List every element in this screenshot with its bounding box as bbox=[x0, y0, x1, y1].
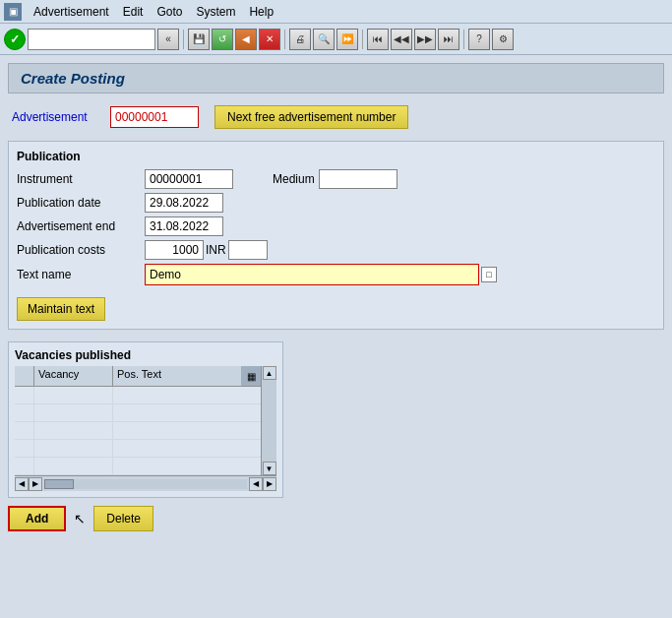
currency-label: INR bbox=[206, 243, 226, 257]
instrument-label: Instrument bbox=[17, 172, 145, 186]
hscroll-right-outer-btn[interactable]: ▶ bbox=[263, 477, 276, 491]
app-icon: ▣ bbox=[4, 3, 22, 21]
settings-btn[interactable]: ⚙ bbox=[492, 29, 514, 50]
cursor-indicator: ↖ bbox=[74, 511, 86, 526]
vacancy-cell-5[interactable] bbox=[34, 458, 113, 474]
text-expand-icon[interactable]: □ bbox=[481, 267, 497, 282]
vacancy-cell-1[interactable] bbox=[34, 387, 113, 403]
postext-cell-2[interactable] bbox=[113, 404, 261, 421]
maintain-text-button[interactable]: Maintain text bbox=[17, 297, 105, 321]
advertisement-input[interactable] bbox=[110, 106, 199, 128]
delete-button[interactable]: Delete bbox=[93, 506, 153, 531]
table-header: Vacancy Pos. Text ▦ bbox=[15, 366, 261, 387]
table-row bbox=[15, 440, 261, 458]
hscroll-track bbox=[44, 479, 247, 489]
scroll-up-btn[interactable]: ▲ bbox=[263, 366, 276, 380]
instrument-row: Instrument Medium bbox=[17, 169, 655, 189]
refresh-btn[interactable]: ↺ bbox=[212, 29, 233, 50]
medium-input[interactable] bbox=[319, 169, 397, 189]
menu-edit[interactable]: Edit bbox=[117, 3, 150, 21]
pub-costs-row: Publication costs INR bbox=[17, 240, 655, 260]
next-btn[interactable]: ▶▶ bbox=[414, 29, 436, 50]
status-icon: ✓ bbox=[4, 29, 26, 50]
vacancy-cell-4[interactable] bbox=[34, 440, 113, 457]
row-select-3[interactable] bbox=[15, 422, 34, 439]
advertisement-row: Advertisement Next free advertisement nu… bbox=[8, 105, 664, 129]
vacancies-section: Vacancies published Vacancy Pos. Text ▦ bbox=[8, 341, 283, 498]
prev-btn[interactable]: ◀◀ bbox=[391, 29, 412, 50]
help-btn[interactable]: ? bbox=[468, 29, 490, 50]
hscroll-left-outer-btn[interactable]: ◀ bbox=[249, 477, 263, 491]
stop-btn[interactable]: ✕ bbox=[259, 29, 280, 50]
find-next-btn[interactable]: ⏩ bbox=[336, 29, 358, 50]
adv-end-input[interactable] bbox=[145, 216, 223, 236]
col-vacancy-header: Vacancy bbox=[34, 366, 113, 386]
save-btn[interactable]: 💾 bbox=[188, 29, 210, 50]
bottom-scroll-area: ◀ ▶ ◀ ▶ bbox=[15, 475, 276, 491]
back-btn[interactable]: ◀ bbox=[235, 29, 257, 50]
menu-goto[interactable]: Goto bbox=[151, 3, 188, 21]
row-select-4[interactable] bbox=[15, 440, 34, 457]
toolbar: ✓ « 💾 ↺ ◀ ✕ 🖨 🔍 ⏩ ⏮ ◀◀ ▶▶ ⏭ ? ⚙ bbox=[0, 24, 672, 55]
nav-back-btn[interactable]: « bbox=[157, 29, 179, 50]
print-btn[interactable]: 🖨 bbox=[289, 29, 311, 50]
col-postext-header: Pos. Text bbox=[113, 366, 241, 386]
last-btn[interactable]: ⏭ bbox=[438, 29, 459, 50]
vacancy-cell-2[interactable] bbox=[34, 404, 113, 421]
scroll-down-btn[interactable]: ▼ bbox=[263, 462, 276, 475]
publication-section: Publication Instrument Medium Publicatio… bbox=[8, 141, 664, 330]
vertical-scrollbar[interactable]: ▲ ▼ bbox=[261, 366, 276, 475]
separator3 bbox=[362, 30, 363, 49]
postext-cell-5[interactable] bbox=[113, 458, 261, 474]
menu-system[interactable]: System bbox=[190, 3, 241, 21]
table-row bbox=[15, 404, 261, 422]
separator2 bbox=[284, 30, 285, 49]
table-row bbox=[15, 458, 261, 475]
pub-date-label: Publication date bbox=[17, 196, 145, 210]
postext-cell-1[interactable] bbox=[113, 387, 261, 403]
currency-input[interactable] bbox=[228, 240, 268, 260]
main-content: Create Posting Advertisement Next free a… bbox=[0, 55, 672, 618]
pub-costs-input[interactable] bbox=[145, 240, 204, 260]
vacancies-table: Vacancy Pos. Text ▦ bbox=[15, 366, 261, 475]
hscroll-left-btn[interactable]: ◀ bbox=[15, 477, 29, 491]
pub-date-input[interactable] bbox=[145, 193, 223, 213]
text-name-label: Text name bbox=[17, 268, 145, 281]
pub-costs-label: Publication costs bbox=[17, 243, 145, 257]
row-select-5[interactable] bbox=[15, 458, 34, 474]
vacancies-table-container: Vacancy Pos. Text ▦ bbox=[15, 366, 276, 475]
menu-advertisement[interactable]: Advertisement bbox=[28, 3, 115, 21]
next-free-button[interactable]: Next free advertisement number bbox=[214, 105, 408, 129]
table-row bbox=[15, 387, 261, 404]
table-row bbox=[15, 422, 261, 440]
row-select-2[interactable] bbox=[15, 404, 34, 421]
adv-end-row: Advertisement end bbox=[17, 216, 655, 236]
find-btn[interactable]: 🔍 bbox=[313, 29, 335, 50]
vacancies-title: Vacancies published bbox=[15, 348, 276, 362]
advertisement-label: Advertisement bbox=[12, 110, 110, 124]
hscroll-thumb[interactable] bbox=[44, 479, 74, 489]
action-buttons: Add ↖ Delete bbox=[8, 506, 664, 531]
first-btn[interactable]: ⏮ bbox=[367, 29, 389, 50]
pub-date-row: Publication date bbox=[17, 193, 655, 213]
vacancy-cell-3[interactable] bbox=[34, 422, 113, 439]
adv-end-label: Advertisement end bbox=[17, 219, 145, 233]
medium-label: Medium bbox=[273, 172, 315, 186]
col-customize-icon[interactable]: ▦ bbox=[241, 366, 261, 386]
text-name-row: Text name □ bbox=[17, 264, 655, 285]
postext-cell-4[interactable] bbox=[113, 440, 261, 457]
instrument-input[interactable] bbox=[145, 169, 233, 189]
menu-bar: ▣ Advertisement Edit Goto System Help bbox=[0, 0, 672, 24]
toolbar-input[interactable] bbox=[28, 29, 155, 50]
page-title-text: Create Posting bbox=[21, 70, 125, 87]
col-select-header bbox=[15, 366, 34, 386]
row-select-1[interactable] bbox=[15, 387, 34, 403]
publication-title: Publication bbox=[17, 150, 655, 163]
page-title: Create Posting bbox=[8, 63, 664, 93]
hscroll-right-inner-btn[interactable]: ▶ bbox=[29, 477, 42, 491]
separator4 bbox=[463, 30, 464, 49]
postext-cell-3[interactable] bbox=[113, 422, 261, 439]
text-name-input[interactable] bbox=[145, 264, 479, 285]
menu-help[interactable]: Help bbox=[243, 3, 279, 21]
add-button[interactable]: Add bbox=[8, 506, 66, 531]
